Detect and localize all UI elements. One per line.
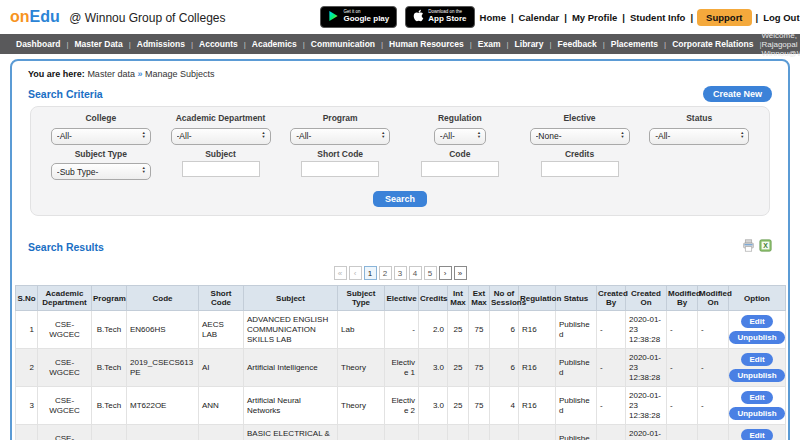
select-wrap: -Sub Type- bbox=[51, 161, 151, 181]
cell-elective: - bbox=[385, 311, 419, 349]
cell-subject_type: Lab bbox=[338, 311, 385, 349]
field-label-elective: Elective bbox=[563, 113, 595, 123]
pagination-control[interactable]: › bbox=[439, 266, 452, 280]
edit-button[interactable]: Edit bbox=[741, 315, 772, 328]
search-button[interactable]: Search bbox=[373, 191, 427, 207]
cell-regulation: R16 bbox=[519, 349, 556, 387]
elective-select[interactable]: -None- bbox=[530, 128, 630, 145]
field-college: College-All- bbox=[41, 113, 161, 145]
nav-item-placements[interactable]: Placements bbox=[605, 39, 664, 49]
top-link-student-info[interactable]: Student Info bbox=[625, 12, 690, 23]
column-header-modified-by: Modified By bbox=[667, 286, 698, 311]
credits-input[interactable] bbox=[541, 161, 619, 177]
column-header-elective: Elective bbox=[385, 286, 419, 311]
subject-input[interactable] bbox=[182, 161, 260, 177]
nav-item-exam[interactable]: Exam bbox=[472, 39, 507, 49]
cell-subject_type: Theory bbox=[338, 349, 385, 387]
column-header-program: Program bbox=[92, 286, 127, 311]
app-logo[interactable]: onEdu @ Winnou Group of Colleges bbox=[10, 8, 225, 26]
results-table: S.NoAcademic DepartmentProgramCodeShort … bbox=[15, 285, 786, 440]
google-play-icon bbox=[328, 8, 339, 26]
code-input[interactable] bbox=[421, 161, 499, 177]
column-header-short-code: Short Code bbox=[199, 286, 244, 311]
nav-item-accounts[interactable]: Accounts bbox=[193, 39, 244, 49]
pagination-control[interactable]: ‹ bbox=[349, 266, 362, 280]
nav-item-communication[interactable]: Communication bbox=[305, 39, 381, 49]
college-select[interactable]: -All- bbox=[51, 128, 151, 145]
cell-modified_by: - bbox=[667, 425, 698, 440]
regulation-select[interactable]: -All- bbox=[434, 128, 486, 145]
nav-item-master-data[interactable]: Master Data bbox=[68, 39, 128, 49]
print-icon[interactable] bbox=[742, 238, 755, 256]
cell-s_no: 3 bbox=[16, 387, 38, 425]
academic-department-select[interactable]: -All- bbox=[171, 128, 271, 145]
edit-button[interactable]: Edit bbox=[741, 429, 772, 440]
cell-credits: 3.0 bbox=[419, 349, 448, 387]
top-link-calendar[interactable]: Calendar bbox=[514, 12, 565, 23]
status-select[interactable]: -All- bbox=[649, 128, 749, 145]
select-wrap: -All- bbox=[649, 125, 749, 145]
column-header-s-no: S.No bbox=[16, 286, 38, 311]
top-link-support[interactable]: Support bbox=[697, 9, 751, 26]
excel-export-icon[interactable]: X bbox=[759, 238, 772, 256]
cell-no_of_sessions: 100 bbox=[490, 425, 519, 440]
create-new-button[interactable]: Create New bbox=[703, 86, 772, 102]
search-results-title: Search Results bbox=[28, 241, 104, 253]
institution-name: @ Winnou Group of Colleges bbox=[69, 11, 225, 25]
cell-modified_on: - bbox=[698, 425, 729, 440]
breadcrumb-parent[interactable]: Master data bbox=[87, 69, 135, 79]
cell-created_on: 2020-01-23 12:38:28 bbox=[626, 349, 667, 387]
pagination-page-2[interactable]: 2 bbox=[379, 266, 392, 280]
edit-button[interactable]: Edit bbox=[741, 353, 772, 366]
pagination-control[interactable]: « bbox=[334, 266, 347, 280]
subject-type-select[interactable]: -Sub Type- bbox=[51, 163, 151, 180]
cell-regulation: R16 bbox=[519, 387, 556, 425]
pagination-page-4[interactable]: 4 bbox=[409, 266, 422, 280]
cell-short_code: AI bbox=[199, 349, 244, 387]
nav-item-human-resources[interactable]: Human Resources bbox=[383, 39, 470, 49]
pagination-page-5[interactable]: 5 bbox=[424, 266, 437, 280]
column-header-status: Status bbox=[556, 286, 597, 311]
cell-subject: Artificial Intelligence bbox=[244, 349, 338, 387]
cell-elective: Elective 2 bbox=[385, 387, 419, 425]
nav-item-feedback[interactable]: Feedback bbox=[552, 39, 603, 49]
unpublish-button[interactable]: Unpublish bbox=[729, 369, 784, 382]
cell-short_code: AECS LAB bbox=[199, 311, 244, 349]
google-play-badge[interactable]: Get it on Google play bbox=[320, 6, 397, 28]
cell-option: EditUnpublish bbox=[729, 311, 786, 349]
field-label-program: Program bbox=[323, 113, 358, 123]
edit-button[interactable]: Edit bbox=[741, 391, 772, 404]
nav-item-library[interactable]: Library bbox=[509, 39, 550, 49]
app-store-badge[interactable]: Download on the App Store bbox=[405, 6, 474, 28]
cell-credits: 3.0 bbox=[419, 387, 448, 425]
field-credits: Credits bbox=[520, 149, 640, 181]
unpublish-button[interactable]: Unpublish bbox=[729, 407, 784, 420]
nav-item-academics[interactable]: Academics bbox=[246, 39, 303, 49]
select-wrap: -None- bbox=[530, 125, 630, 145]
cell-ext_max: 75 bbox=[469, 311, 490, 349]
top-link-my-profile[interactable]: My Profile bbox=[567, 12, 622, 23]
nav-item-corporate-relations[interactable]: Corporate Relations bbox=[666, 39, 759, 49]
cell-academic_department: CSE-WGCEC bbox=[38, 349, 92, 387]
pagination-control[interactable]: » bbox=[454, 266, 467, 280]
program-select[interactable]: -All- bbox=[290, 128, 390, 145]
unpublish-button[interactable]: Unpublish bbox=[729, 331, 784, 344]
field-program: Program-All- bbox=[280, 113, 400, 145]
cell-short_code: BEEE bbox=[199, 425, 244, 440]
welcome-text: Welcome, Rajagopal Winnou@WGC bbox=[761, 31, 800, 58]
column-header-subject-type: Subject Type bbox=[338, 286, 385, 311]
action-buttons: EditUnpublish bbox=[732, 429, 782, 440]
form-spacer bbox=[639, 149, 759, 181]
cell-subject: BASIC ELECTRICAL & ELECTRONICS ENGINEERI… bbox=[244, 425, 338, 440]
pagination-page-3[interactable]: 3 bbox=[394, 266, 407, 280]
field-label-subject-type: Subject Type bbox=[75, 149, 127, 159]
top-link-home[interactable]: Home bbox=[475, 12, 511, 23]
top-link-log-out[interactable]: Log Out bbox=[758, 12, 800, 23]
short-code-input[interactable] bbox=[301, 161, 379, 177]
cell-int_max: 25 bbox=[448, 387, 469, 425]
breadcrumb-separator: » bbox=[137, 69, 142, 79]
nav-item-dashboard[interactable]: Dashboard bbox=[10, 39, 66, 49]
cell-option: EditUnpublish bbox=[729, 387, 786, 425]
pagination-page-1[interactable]: 1 bbox=[364, 266, 377, 280]
nav-item-admissions[interactable]: Admissions bbox=[131, 39, 191, 49]
